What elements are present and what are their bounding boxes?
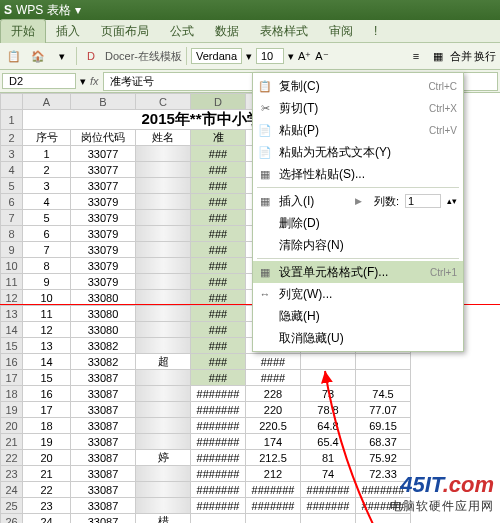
cell[interactable]: 212 [246,466,301,482]
cell[interactable]: █ [136,338,191,354]
cell[interactable]: ####### [191,434,246,450]
menu-col-width[interactable]: ↔列宽(W)... [253,283,463,305]
wrap-label[interactable]: 换行 [474,49,496,64]
cell[interactable]: █ [136,162,191,178]
row-header[interactable]: 15 [1,338,23,354]
cell[interactable]: 3 [23,178,71,194]
menu-copy[interactable]: 📋复制(C)Ctrl+C [253,75,463,97]
menu-clear[interactable]: 清除内容(N) [253,234,463,256]
cell[interactable]: 7 [23,242,71,258]
tab-table-style[interactable]: 表格样式 [250,20,319,43]
cell[interactable]: 9 [23,274,71,290]
tab-review[interactable]: 审阅 [319,20,364,43]
tab-insert[interactable]: 插入 [46,20,91,43]
cell[interactable]: ####### [191,418,246,434]
cell[interactable]: 33079 [71,258,136,274]
cell[interactable]: █ [136,306,191,322]
cell[interactable]: █ [136,274,191,290]
menu-delete[interactable]: 删除(D) [253,212,463,234]
row-header[interactable]: 8 [1,226,23,242]
cell[interactable]: 33077 [71,146,136,162]
cell[interactable]: 33079 [71,274,136,290]
cell[interactable]: █ [136,498,191,514]
cell[interactable]: 19 [23,434,71,450]
cell[interactable]: 21 [23,466,71,482]
cell[interactable]: 棤 [136,514,191,524]
row-header[interactable]: 4 [1,162,23,178]
cell[interactable]: █ [136,242,191,258]
row-header[interactable]: 13 [1,306,23,322]
cell[interactable]: 22 [23,482,71,498]
row-header[interactable]: 5 [1,178,23,194]
cell[interactable]: ### [191,370,246,386]
cell[interactable]: 69.15 [356,418,411,434]
cell[interactable]: 33077 [71,162,136,178]
cell[interactable] [301,514,356,524]
cell[interactable]: 64.8 [301,418,356,434]
tab-formula[interactable]: 公式 [160,20,205,43]
merge-label[interactable]: 合并 [450,49,472,64]
cell[interactable]: ### [191,322,246,338]
col-header-B[interactable]: B [71,94,136,110]
cell[interactable]: █ [136,370,191,386]
cell[interactable]: 75.92 [356,450,411,466]
cell[interactable]: ####### [246,498,301,514]
cell[interactable]: █ [136,482,191,498]
cell[interactable]: 33077 [71,178,136,194]
cell[interactable]: ### [191,146,246,162]
cell[interactable]: ### [191,210,246,226]
row-header[interactable]: 1 [1,110,23,130]
cell[interactable]: 8 [23,258,71,274]
cell[interactable]: ### [191,178,246,194]
cell[interactable]: █ [136,466,191,482]
menu-paste[interactable]: 📄粘贴(P)Ctrl+V [253,119,463,141]
cell[interactable]: 174 [246,434,301,450]
row-header[interactable]: 11 [1,274,23,290]
size-drop-icon[interactable]: ▾ [288,50,294,63]
cell[interactable]: 11 [23,306,71,322]
cell[interactable]: ####### [301,482,356,498]
cell[interactable]: 33087 [71,402,136,418]
row-header[interactable]: 20 [1,418,23,434]
decrease-font-icon[interactable]: A⁻ [315,50,328,63]
cell[interactable] [356,354,411,370]
cell[interactable]: 33087 [71,370,136,386]
dropdown-icon[interactable]: ▾ [75,3,81,17]
cell[interactable]: 13 [23,338,71,354]
tab-home[interactable]: 开始 [0,19,46,43]
cell[interactable]: #### [246,370,301,386]
cell[interactable]: 6 [23,226,71,242]
col-header-D[interactable]: D [191,94,246,110]
cell[interactable]: 姓名 [136,130,191,146]
cell[interactable]: 序号 [23,130,71,146]
menu-unhide[interactable]: 取消隐藏(U) [253,327,463,349]
drop-icon[interactable]: ▾ [52,46,72,66]
cell[interactable]: 33079 [71,210,136,226]
cell[interactable]: 18 [23,418,71,434]
cell[interactable]: ### [191,226,246,242]
increase-font-icon[interactable]: A⁺ [298,50,311,63]
cell[interactable]: 33087 [71,482,136,498]
cell[interactable]: #### [246,354,301,370]
cell[interactable]: 33087 [71,418,136,434]
cell[interactable]: █ [136,178,191,194]
cell[interactable]: 78.8 [301,402,356,418]
cell[interactable]: ####### [191,450,246,466]
cell[interactable]: 33087 [71,466,136,482]
cell[interactable]: ####### [191,498,246,514]
cell[interactable]: 14 [23,354,71,370]
cell[interactable] [246,514,301,524]
size-selector[interactable]: 10 [256,48,284,64]
cell[interactable]: 4 [23,194,71,210]
row-header[interactable]: 19 [1,402,23,418]
cell[interactable]: ####### [191,482,246,498]
row-header[interactable]: 3 [1,146,23,162]
menu-cut[interactable]: ✂剪切(T)Ctrl+X [253,97,463,119]
row-header[interactable]: 9 [1,242,23,258]
cell[interactable]: 73 [301,386,356,402]
cell[interactable] [356,370,411,386]
cell[interactable]: 1 [23,146,71,162]
cell[interactable]: 20 [23,450,71,466]
cell[interactable]: 33087 [71,514,136,524]
font-selector[interactable]: Verdana [191,48,242,64]
